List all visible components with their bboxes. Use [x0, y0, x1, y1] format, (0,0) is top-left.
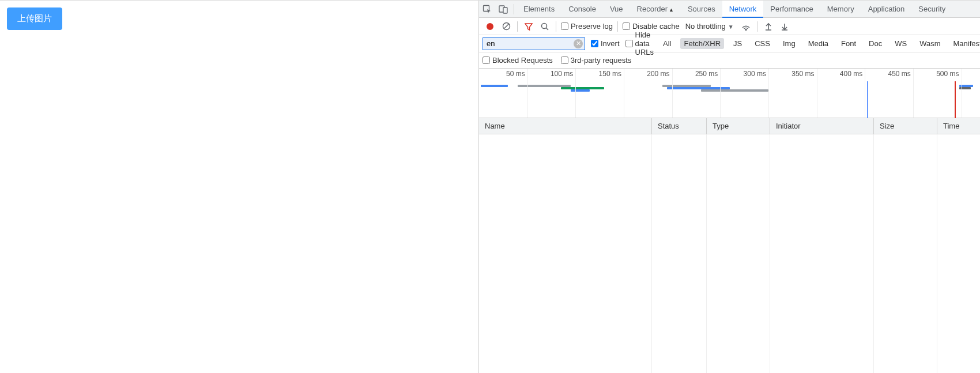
col-initiator[interactable]: Initiator — [770, 118, 874, 134]
third-party-label: 3rd-party requests — [571, 56, 632, 65]
request-table-body — [479, 134, 980, 373]
preserve-log-checkbox[interactable]: Preserve log — [561, 22, 613, 31]
tab-sources[interactable]: Sources — [681, 1, 722, 18]
tab-performance[interactable]: Performance — [763, 1, 820, 18]
separator — [517, 21, 518, 32]
separator — [514, 4, 514, 14]
col-status[interactable]: Status — [652, 118, 707, 134]
svg-point-8 — [745, 29, 747, 30]
network-filterbar: ✕ Invert Hide data URLs All Fetch/XHR JS… — [479, 35, 980, 52]
filter-type-doc[interactable]: Doc — [865, 38, 885, 49]
clear-filter-icon[interactable]: ✕ — [574, 39, 583, 48]
filter-type-js[interactable]: JS — [730, 38, 745, 49]
filter-type-font[interactable]: Font — [838, 38, 860, 49]
device-toggle-icon[interactable] — [495, 5, 511, 14]
record-icon[interactable] — [484, 20, 496, 33]
filter-type-img[interactable]: Img — [779, 38, 799, 49]
filter-icon[interactable] — [522, 20, 535, 33]
disable-cache-checkbox[interactable]: Disable cache — [623, 22, 680, 31]
invert-label: Invert — [601, 39, 620, 48]
tab-application[interactable]: Application — [861, 1, 912, 18]
throttling-label: No throttling — [685, 22, 726, 31]
request-table-header: Name Status Type Initiator Size Time — [479, 118, 980, 134]
throttling-select[interactable]: No throttling▼ — [683, 22, 736, 31]
filter-type-all[interactable]: All — [659, 38, 674, 49]
svg-rect-2 — [503, 7, 507, 13]
filter-type-css[interactable]: CSS — [751, 38, 774, 49]
separator — [617, 21, 618, 32]
preserve-log-label: Preserve log — [571, 22, 613, 31]
separator — [556, 21, 556, 32]
col-type[interactable]: Type — [707, 118, 770, 134]
separator — [757, 21, 757, 32]
upload-har-icon[interactable] — [762, 20, 775, 33]
filter-type-media[interactable]: Media — [805, 38, 832, 49]
network-filterbar-2: Blocked Requests 3rd-party requests — [479, 52, 980, 69]
svg-line-7 — [546, 28, 549, 30]
clear-icon[interactable] — [500, 20, 512, 33]
download-har-icon[interactable] — [778, 20, 791, 33]
filter-type-wasm[interactable]: Wasm — [916, 38, 944, 49]
col-size[interactable]: Size — [874, 118, 937, 134]
col-time[interactable]: Time — [937, 118, 980, 134]
network-conditions-icon[interactable] — [740, 20, 752, 33]
tab-security[interactable]: Security — [911, 1, 952, 18]
tab-memory[interactable]: Memory — [820, 1, 861, 18]
network-timeline[interactable]: 50 ms100 ms150 ms200 ms250 ms300 ms350 m… — [479, 69, 980, 118]
invert-checkbox[interactable]: Invert — [591, 39, 620, 48]
upload-button[interactable]: 上传图片 — [7, 7, 62, 30]
inspect-element-icon[interactable] — [479, 5, 495, 14]
svg-point-3 — [487, 23, 493, 30]
filter-type-ws[interactable]: WS — [891, 38, 910, 49]
tab-elements[interactable]: Elements — [517, 1, 561, 18]
filter-input[interactable] — [483, 37, 585, 50]
third-party-checkbox[interactable]: 3rd-party requests — [561, 56, 632, 65]
col-name[interactable]: Name — [479, 118, 652, 134]
tab-console[interactable]: Console — [561, 1, 603, 18]
svg-point-6 — [542, 23, 547, 28]
filter-type-fetchxhr[interactable]: Fetch/XHR — [680, 38, 724, 49]
devtools-panel: Elements Console Vue Recorder▲ Sources N… — [478, 1, 980, 373]
filter-type-manifest[interactable]: Manifest — [950, 38, 980, 49]
svg-line-5 — [504, 24, 509, 29]
tab-network[interactable]: Network — [722, 1, 764, 18]
blocked-requests-label: Blocked Requests — [492, 56, 553, 65]
network-toolbar: Preserve log Disable cache No throttling… — [479, 18, 980, 35]
tab-vue[interactable]: Vue — [603, 1, 630, 18]
app-pane: 上传图片 — [0, 1, 478, 373]
disable-cache-label: Disable cache — [632, 22, 680, 31]
blocked-requests-checkbox[interactable]: Blocked Requests — [483, 56, 553, 65]
devtools-tabstrip: Elements Console Vue Recorder▲ Sources N… — [479, 1, 980, 18]
tab-recorder[interactable]: Recorder▲ — [630, 1, 681, 18]
search-icon[interactable] — [538, 20, 551, 33]
tab-recorder-label: Recorder — [637, 5, 668, 13]
